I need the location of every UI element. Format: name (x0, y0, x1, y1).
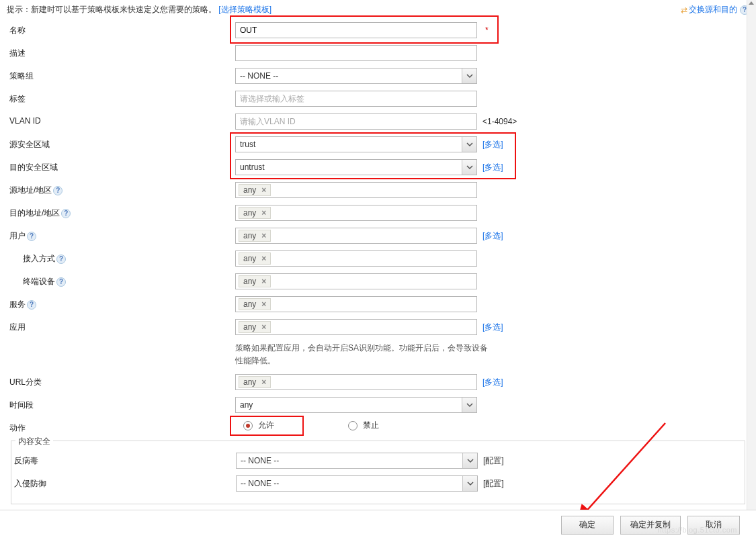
access-box[interactable]: any× (235, 250, 477, 267)
cancel-button[interactable]: 取消 (687, 516, 740, 535)
app-box[interactable]: any× (235, 319, 477, 335)
vlan-input[interactable] (235, 113, 477, 130)
app-note: 策略如果配置应用，会自动开启SA识别功能。功能开启后，会导致设备性能降低。 (235, 342, 491, 367)
dst-zone-multi-link[interactable]: [多选] (482, 162, 503, 173)
action-deny-radio[interactable]: 禁止 (348, 420, 379, 431)
ok-button[interactable]: 确定 (561, 516, 614, 535)
dst-zone-value: untrust (240, 163, 265, 172)
required-mark: * (485, 26, 489, 35)
chevron-down-icon (462, 476, 477, 491)
label-action: 动作 (7, 420, 235, 434)
chevron-down-icon (462, 398, 476, 412)
action-deny-label: 禁止 (363, 420, 379, 431)
timerange-value: any (240, 400, 253, 410)
tag-any: any× (239, 275, 271, 287)
label-timerange: 时间段 (7, 397, 235, 411)
terminal-box[interactable]: any× (235, 273, 477, 289)
tag-any: any× (239, 207, 271, 219)
label-desc: 描述 (7, 45, 235, 59)
user-box[interactable]: any× (235, 228, 477, 244)
tags-input[interactable] (235, 91, 477, 107)
help-icon[interactable]: ? (56, 255, 66, 264)
tag-any: any× (239, 321, 271, 333)
src-zone-multi-link[interactable]: [多选] (482, 139, 503, 150)
label-access: 接入方式? (7, 250, 235, 265)
label-vlan: VLAN ID (7, 113, 235, 126)
service-box[interactable]: any× (235, 296, 477, 312)
radio-checked-icon (243, 421, 253, 430)
remove-tag-icon[interactable]: × (259, 322, 269, 332)
label-group: 策略组 (7, 68, 235, 82)
remove-tag-icon[interactable]: × (259, 231, 269, 240)
timerange-select[interactable]: any (235, 397, 477, 413)
group-select[interactable]: -- NONE -- (235, 68, 477, 84)
desc-input[interactable] (235, 45, 477, 61)
group-value: -- NONE -- (240, 71, 278, 81)
action-allow-radio[interactable]: 允许 (243, 420, 274, 431)
chevron-down-icon (462, 453, 477, 468)
remove-tag-icon[interactable]: × (259, 254, 269, 263)
help-icon[interactable]: ? (61, 209, 71, 218)
src-zone-select[interactable]: trust (235, 136, 477, 152)
help-icon[interactable]: ? (53, 186, 62, 195)
remove-tag-icon[interactable]: × (259, 208, 269, 218)
help-icon[interactable]: ? (27, 232, 36, 241)
app-multi-link[interactable]: [多选] (482, 322, 503, 333)
label-app: 应用 (7, 319, 235, 333)
help-icon[interactable]: ? (27, 300, 36, 310)
tag-any: any× (239, 184, 271, 196)
select-template-link[interactable]: [选择策略模板] (218, 5, 271, 14)
content-security-section: 内容安全 反病毒 -- NONE -- [配置] (11, 441, 745, 504)
src-addr-box[interactable]: any× (235, 182, 477, 198)
ips-value: -- NONE -- (241, 479, 279, 488)
antivirus-select[interactable]: -- NONE -- (236, 453, 478, 469)
label-src-zone: 源安全区域 (7, 136, 235, 150)
dst-addr-box[interactable]: any× (235, 205, 477, 221)
label-name: 名称 (7, 22, 235, 36)
label-terminal: 终端设备? (7, 273, 235, 287)
hint-text: 提示：新建时可以基于策略模板来快速定义您需要的策略。 (7, 5, 216, 14)
dialog-footer: 确定 确定并复制 取消 https://blog.51cto.com (0, 510, 756, 539)
label-src-addr: 源地址/地区? (7, 182, 235, 196)
chevron-down-icon (462, 137, 476, 152)
chevron-down-icon (462, 160, 476, 175)
label-service: 服务? (7, 296, 235, 310)
swap-icon: ⇄ (681, 5, 687, 15)
ips-config-link[interactable]: [配置] (483, 478, 504, 490)
antivirus-config-link[interactable]: [配置] (483, 455, 504, 467)
swap-src-dst-link[interactable]: ⇄ 交换源和目的 ? (681, 4, 749, 15)
name-input[interactable] (235, 22, 477, 38)
dst-zone-select[interactable]: untrust (235, 159, 477, 175)
remove-tag-icon[interactable]: × (259, 185, 269, 195)
label-dst-zone: 目的安全区域 (7, 159, 235, 173)
label-ips: 入侵防御 (11, 475, 236, 490)
ok-copy-button[interactable]: 确定并复制 (620, 516, 681, 535)
remove-tag-icon[interactable]: × (259, 277, 269, 286)
chevron-down-icon (462, 68, 476, 83)
antivirus-value: -- NONE -- (241, 456, 279, 465)
label-urlcat: URL分类 (7, 374, 235, 388)
tag-any: any× (239, 376, 271, 388)
urlcat-box[interactable]: any× (235, 374, 477, 390)
help-icon[interactable]: ? (56, 277, 66, 287)
user-multi-link[interactable]: [多选] (482, 230, 503, 242)
remove-tag-icon[interactable]: × (259, 377, 269, 387)
remove-tag-icon[interactable]: × (259, 300, 269, 309)
hint-bar: 提示：新建时可以基于策略模板来快速定义您需要的策略。 [选择策略模板] ⇄ 交换… (7, 4, 749, 15)
label-dst-addr: 目的地址/地区? (7, 205, 235, 219)
src-zone-value: trust (240, 140, 255, 149)
swap-label: 交换源和目的 (689, 4, 737, 15)
radio-unchecked-icon (348, 421, 358, 430)
tag-any: any× (239, 230, 271, 242)
action-allow-label: 允许 (258, 420, 274, 431)
label-user: 用户? (7, 228, 235, 242)
section-title: 内容安全 (15, 436, 53, 447)
label-tags: 标签 (7, 91, 235, 105)
label-antivirus: 反病毒 (11, 453, 236, 467)
tag-any: any× (239, 252, 271, 265)
urlcat-multi-link[interactable]: [多选] (482, 377, 503, 388)
tag-any: any× (239, 298, 271, 310)
vlan-range: <1-4094> (482, 117, 517, 126)
ips-select[interactable]: -- NONE -- (236, 475, 478, 492)
